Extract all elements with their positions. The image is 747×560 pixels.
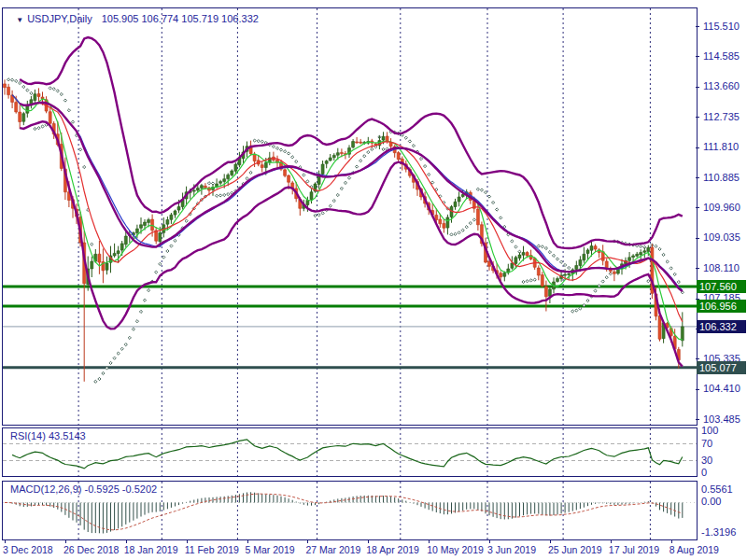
price-axis-label: 115.510: [703, 21, 740, 32]
price-level-badge-107.560: 107.560: [697, 280, 746, 293]
time-axis-label: 10 May 2019: [427, 544, 484, 555]
price-level-badge-106.332: 106.332: [697, 320, 746, 333]
rsi-label: RSI(14) 43.5143: [10, 430, 86, 441]
macd-axis-label: -1.3196: [701, 526, 736, 538]
time-axis-label: 18 Jan 2019: [124, 544, 178, 555]
rsi-axis-label: 70: [701, 438, 712, 449]
macd-signal-line: [5, 494, 683, 530]
rsi-line: [12, 440, 683, 469]
time-axis-tick: [550, 540, 551, 543]
macd-axis-label: 0.5561: [701, 483, 733, 495]
parabolic-sar-dots: [7, 78, 684, 384]
price-axis-label: 108.110: [703, 262, 740, 273]
macd-panel[interactable]: MACD(12,26,9) -0.5925 -0.5202: [2, 481, 698, 540]
price-axis-label: 110.885: [703, 172, 740, 183]
price-axis-tick: [696, 419, 699, 420]
time-axis-tick: [5, 540, 6, 543]
time-axis-tick: [671, 540, 672, 543]
time-axis-label: 26 Dec 2018: [63, 544, 120, 555]
rsi-axis-label: 0: [701, 467, 707, 478]
price-axis-tick: [696, 389, 699, 390]
price-axis[interactable]: 115.510114.585113.660112.735111.810110.8…: [696, 0, 747, 560]
time-axis-label: 11 Feb 2019: [185, 544, 239, 555]
bollinger-upper: [20, 37, 683, 248]
ma-line-5: [12, 95, 683, 340]
time-axis-tick: [611, 540, 612, 543]
price-axis-label: 111.810: [703, 141, 739, 152]
month-separators: [78, 8, 650, 425]
price-level-badge-105.077: 105.077: [697, 361, 746, 374]
time-axis-label: 18 Apr 2019: [366, 544, 419, 555]
time-axis-tick: [126, 540, 127, 543]
time-axis-tick: [489, 540, 490, 543]
time-axis-tick: [307, 540, 308, 543]
macd-histogram: [5, 492, 683, 533]
rsi-canvas[interactable]: [3, 428, 697, 476]
time-axis-label: 3 Dec 2018: [3, 544, 53, 555]
price-axis-tick: [696, 56, 699, 57]
price-axis-tick: [696, 177, 699, 178]
price-axis-tick: [696, 268, 699, 269]
time-axis-label: 8 Aug 2019: [669, 544, 719, 555]
candles-down-series: [4, 84, 681, 360]
price-axis-tick: [696, 117, 699, 118]
chart-header: ▼USDJPY,Daily105.905 106.774 105.719 106…: [5, 2, 259, 15]
price-axis-tick: [696, 238, 699, 239]
price-axis-label: 109.035: [703, 231, 740, 243]
rsi-axis-label: 100: [701, 425, 718, 436]
time-axis-tick: [247, 540, 248, 543]
macd-label: MACD(12,26,9) -0.5925 -0.5202: [10, 483, 157, 495]
symbol-timeframe-label: USDJPY,Daily: [27, 13, 92, 24]
time-axis-tick: [429, 540, 430, 543]
candle-down-wicks: [5, 79, 679, 382]
month-separators: [78, 428, 650, 476]
bollinger-middle: [20, 103, 683, 291]
time-axis-label: 27 Mar 2019: [305, 544, 360, 555]
time-axis-tick: [187, 540, 188, 543]
mt4-chart-window: ▼USDJPY,Daily105.905 106.774 105.719 106…: [0, 0, 747, 560]
time-axis-tick: [65, 540, 66, 543]
price-axis-label: 112.735: [703, 111, 740, 122]
price-level-badge-106.956: 106.956: [697, 300, 746, 313]
price-axis-tick: [696, 26, 699, 27]
price-axis-label: 109.960: [703, 202, 740, 213]
symbol-dropdown-icon[interactable]: ▼: [16, 16, 23, 24]
quote-ohlc-label: 105.905 106.774 105.719 106.332: [102, 13, 259, 24]
price-axis-label: 114.585: [703, 50, 740, 62]
time-axis-label: 17 Jul 2019: [609, 544, 659, 555]
month-separators: [78, 482, 650, 539]
price-chart-panel[interactable]: [2, 7, 698, 426]
time-axis-label: 25 Jun 2019: [548, 544, 602, 555]
rsi-axis-label: 30: [701, 455, 712, 466]
price-axis-label: 103.485: [703, 413, 740, 425]
price-axis-label: 104.410: [703, 383, 740, 394]
time-axis-tick: [368, 540, 369, 543]
macd-axis-label: 0.00: [701, 496, 721, 507]
price-axis-tick: [696, 358, 699, 359]
time-axis[interactable]: 3 Dec 201826 Dec 201818 Jan 201911 Feb 2…: [0, 540, 747, 560]
time-axis-label: 5 Mar 2019: [246, 544, 295, 555]
time-axis-label: 3 Jun 2019: [487, 544, 536, 555]
price-axis-tick: [696, 87, 699, 88]
price-axis-tick: [696, 147, 699, 148]
price-chart-canvas[interactable]: [3, 8, 697, 425]
price-axis-tick: [696, 207, 699, 208]
rsi-panel[interactable]: RSI(14) 43.5143: [2, 427, 698, 477]
price-axis-label: 113.660: [703, 80, 740, 91]
